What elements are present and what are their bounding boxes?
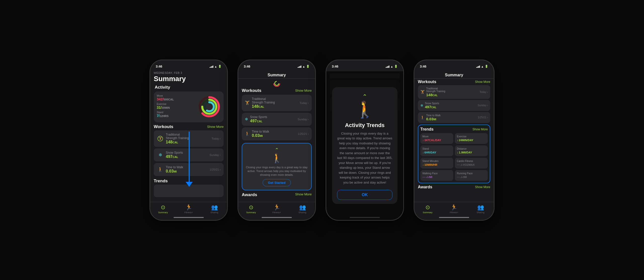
summary-icon-2: ⊙ [249, 204, 253, 211]
trend-cardio-label-4: Cardio Fitness [457, 160, 486, 162]
arrow-line [189, 132, 190, 182]
summary-label-2: Summary [246, 211, 256, 214]
summary-tab-label-1: Summary [158, 211, 168, 214]
partial-rings-2 [238, 79, 315, 87]
workout-date-strength-4: Today › [479, 91, 488, 93]
workout-snow-4[interactable]: ❄ Snow Sports 497CAL Sunday › [418, 100, 490, 111]
tab-sharing-2[interactable]: 👥 Sharing [290, 204, 315, 214]
stand-label: Stand [157, 111, 196, 114]
battery-icon-2: 🔋 [306, 65, 310, 68]
workout-info-strength-2: TraditionalStrength Training 148CAL [252, 97, 300, 109]
tab-sharing-4[interactable]: 👥 Sharing [467, 204, 494, 214]
p4-scroll: Workouts Show More 🏋 TraditionalStrength… [414, 79, 494, 190]
stand-row: Stand 7/12HRS [157, 111, 196, 118]
phones-container: 3:46 ▲ 🔋 WEDNESDAY, FEB 3 Summary Activi… [140, 50, 504, 231]
activity-rings [198, 95, 221, 118]
tab-fitness-2[interactable]: 🏃 Fitness+ [264, 204, 290, 214]
p2-nav-title: Summary [238, 71, 315, 79]
trend-stand-value-row-4: ↓ 6HR/DAY [422, 151, 451, 154]
exercise-row: Exercise 31/30MIN [157, 103, 196, 109]
workout-name-walk-4: Time to Walk [426, 114, 478, 117]
phone-1-content: WEDNESDAY, FEB 3 Summary Activity Move 3… [150, 71, 227, 220]
trend-move-4: Move ↓ 347CAL/DAY [420, 133, 453, 144]
workout-name-snow-2: Snow Sports [250, 115, 298, 119]
move-value: 342/500CAL [157, 97, 196, 101]
trend-cardio-val-4: -/-VO2MAX [460, 163, 475, 166]
time-1: 3:46 [156, 65, 162, 68]
trend-walkpace-label-4: Walking Pace [422, 172, 451, 175]
show-more-trends-4[interactable]: Show More [472, 128, 488, 131]
trends-description-2: Closing your rings every day is a great … [246, 165, 308, 177]
p1-date: WEDNESDAY, FEB 3 [154, 71, 224, 74]
awards-header-2: Awards Show More [238, 190, 315, 198]
ok-button-3[interactable]: OK [337, 190, 392, 200]
phone-4: 3:46 ▲ 🔋 Summary Workouts Show More [414, 60, 494, 220]
workout-strength-2[interactable]: 🏋 TraditionalStrength Training 148CAL To… [242, 95, 312, 111]
workout-walk-2[interactable]: 🚶 Time to Walk 0.03MI 1/25/21 › [242, 127, 312, 140]
phone-3: 3:46 ▲ 🔋 [326, 60, 404, 220]
svg-point-9 [275, 81, 279, 85]
trend-walkpace-arrow-4: — [422, 175, 425, 179]
modal-content-3: ⌃ 🚶 Activity Trends Closing your rings e… [332, 87, 397, 204]
workouts-title-4: Workouts [418, 80, 436, 84]
trend-cardio-value-row-4: — -/-VO2MAX [457, 163, 486, 166]
tab-summary-4[interactable]: ⊙ Summary [414, 204, 441, 214]
show-more-workouts-2[interactable]: Show More [295, 89, 312, 92]
phone-notch-2 [260, 60, 293, 68]
trend-walkpace-4: Walking Pace — -/-/MI [420, 170, 453, 181]
status-icons-4: ▲ 🔋 [476, 65, 488, 68]
trend-distance-value-row-4: ↓ 1.9MI/DAY [457, 151, 486, 154]
workout-cal-snow-2: 497CAL [250, 119, 298, 123]
p4-nav-title: Summary [414, 71, 494, 79]
trend-move-arrow-4: ↓ [422, 138, 424, 142]
snow-icon-1: ❄ [157, 151, 164, 158]
tab-sharing-1[interactable]: 👥 Sharing [202, 204, 227, 214]
trend-walkpace-val-4: -/-/MI [426, 176, 432, 179]
modal-overlay-3: ⌃ 🚶 Activity Trends Closing your rings e… [326, 71, 403, 220]
tab-fitness-1[interactable]: 🏃 Fitness+ [176, 204, 202, 214]
workouts-section-2: Workouts Show More 🏋 TraditionalStrength… [238, 87, 315, 143]
fitness-label-4: Fitness+ [450, 211, 458, 214]
activity-stats: Move 342/500CAL Exercise 31/30MIN Stand … [157, 94, 198, 119]
move-label: Move [157, 94, 196, 97]
phone-notch-3 [348, 60, 381, 68]
show-more-workouts-4[interactable]: Show More [475, 80, 490, 84]
status-icons-2: ▲ 🔋 [298, 65, 310, 68]
workout-date-snow-2: Sunday › [298, 118, 309, 121]
get-started-button-2[interactable]: Get Started [263, 179, 291, 186]
trend-standmin-label-4: Stand Minutes [422, 160, 451, 162]
move-row: Move 342/500CAL [157, 94, 196, 101]
workout-name-strength-2: TraditionalStrength Training [252, 97, 300, 104]
wifi-icon-1: ▲ [214, 65, 217, 68]
awards-title-4: Awards [418, 185, 432, 189]
tab-summary-2[interactable]: ⊙ Summary [238, 204, 264, 214]
trend-distance-val-4: 1.9MI/DAY [459, 151, 472, 154]
trend-stand-val-4: 6HR/DAY [424, 151, 436, 154]
awards-title-2: Awards [242, 192, 257, 197]
workout-strength-4[interactable]: 🏋 TraditionalStrength Training 148CAL To… [418, 85, 490, 99]
workout-snow-2[interactable]: ❄ Snow Sports 497CAL Sunday › [242, 113, 312, 126]
sharing-tab-icon-1: 👥 [211, 204, 218, 211]
sharing-label-4: Sharing [477, 211, 485, 214]
battery-icon-1: 🔋 [218, 65, 222, 68]
phone-4-content: Summary Workouts Show More 🏋 Traditional… [414, 71, 494, 220]
workout-walk-4[interactable]: 🚶 Time to Walk 0.03MI 1/25/21 › [418, 112, 490, 123]
snow-icon-4: ❄ [420, 103, 423, 107]
blue-arrow [186, 132, 193, 187]
phone-2-content: Summary Workouts Show More 🏋 Traditional… [238, 71, 315, 220]
time-2: 3:46 [244, 65, 250, 68]
show-more-awards-4[interactable]: Show More [475, 185, 490, 189]
show-more-1[interactable]: Show More [207, 125, 224, 129]
workout-info-walk-4: Time to Walk 0.03MI [426, 114, 478, 121]
workout-date-strength-1: Today › [212, 137, 221, 140]
trend-standmin-value-row-4: ↓ 10MIN/HR [422, 163, 451, 166]
tab-summary-1[interactable]: ⊙ Summary [150, 204, 176, 214]
show-more-awards-2[interactable]: Show More [295, 192, 312, 197]
battery-icon-3: 🔋 [394, 65, 398, 68]
trend-walkpace-value-row-4: — -/-/MI [422, 175, 451, 179]
workout-date-snow-1: Sunday › [210, 153, 221, 156]
time-3: 3:46 [332, 65, 338, 68]
stand-value: 7/12HRS [157, 114, 196, 118]
tab-fitness-4[interactable]: 🏃 Fitness+ [441, 204, 467, 214]
trend-stand-arrow-4: ↓ [422, 151, 424, 154]
